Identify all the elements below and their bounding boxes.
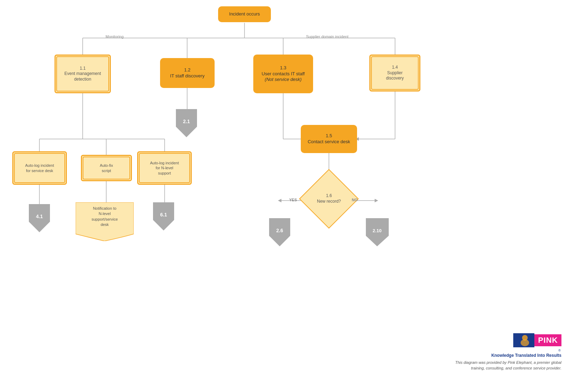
svg-marker-35 [278, 199, 281, 202]
logo-area: PINK ® Knowledge Translated Into Results… [455, 333, 561, 371]
no-label: NO [352, 198, 358, 202]
node-15: 1.5Contact service desk [301, 125, 357, 153]
svg-text:2.1: 2.1 [183, 119, 190, 124]
node-14: 1.4Supplierdiscovery [369, 55, 420, 91]
node-13: 1.3User contacts IT staff(Not service de… [253, 55, 313, 93]
node-13-label: 1.3User contacts IT staff(Not service de… [262, 65, 305, 83]
shield-210: 2.10 [362, 218, 392, 248]
pink-logo: PINK [455, 333, 561, 347]
svg-text:2.6: 2.6 [276, 228, 283, 233]
yes-label: YES [289, 198, 297, 202]
svg-point-45 [521, 339, 529, 346]
node-auto-log-nlevel: Auto-log incidentfor N-levelsupport [137, 151, 192, 185]
svg-text:6.1: 6.1 [160, 212, 167, 217]
shield-21: 2.1 [172, 109, 201, 139]
shield-61: 6.1 [150, 202, 178, 232]
monitoring-label: Monitoring [106, 34, 123, 39]
shield-41: 4.1 [25, 204, 53, 234]
svg-marker-37 [375, 199, 378, 202]
node-12: 1.2IT staff discovery [160, 58, 215, 88]
diagram-container: Incident occurs Monitoring Supplier doma… [0, 0, 572, 392]
node-auto-fix: Auto-fixscript [81, 155, 132, 181]
logo-disclaimer: This diagram was provided by Pink Elepha… [455, 360, 561, 371]
node-16-diamond: 1.6New record? [308, 178, 350, 220]
pink-lion-icon [513, 333, 534, 347]
notification-nlevel-node: Notification toN-levelsupport/servicedes… [76, 202, 134, 241]
node-11: 1.1Event managementdetection [55, 55, 111, 93]
node-auto-log-sd: Auto-log incidentfor service desk [12, 151, 67, 185]
node-11-label: 1.1Event managementdetection [64, 66, 101, 82]
pink-text: PINK [534, 334, 561, 346]
auto-log-sd-label: Auto-log incidentfor service desk [25, 163, 54, 173]
incident-occurs-node: Incident occurs [218, 6, 271, 22]
svg-text:2.10: 2.10 [373, 228, 381, 233]
supplier-domain-label: Supplier domain incident [306, 34, 348, 39]
auto-log-nlevel-label: Auto-log incidentfor N-levelsupport [150, 160, 179, 176]
logo-tagline: Knowledge Translated Into Results [455, 353, 561, 358]
notification-nlevel-label: Notification toN-levelsupport/servicedes… [76, 202, 134, 231]
shield-26: 2.6 [266, 218, 294, 248]
svg-text:4.1: 4.1 [36, 214, 43, 219]
node-14-label: 1.4Supplierdiscovery [386, 65, 404, 81]
auto-fix-label: Auto-fixscript [100, 163, 113, 173]
incident-occurs-label: Incident occurs [229, 11, 260, 17]
node-15-label: 1.5Contact service desk [308, 133, 350, 145]
node-12-label: 1.2IT staff discovery [170, 67, 205, 79]
